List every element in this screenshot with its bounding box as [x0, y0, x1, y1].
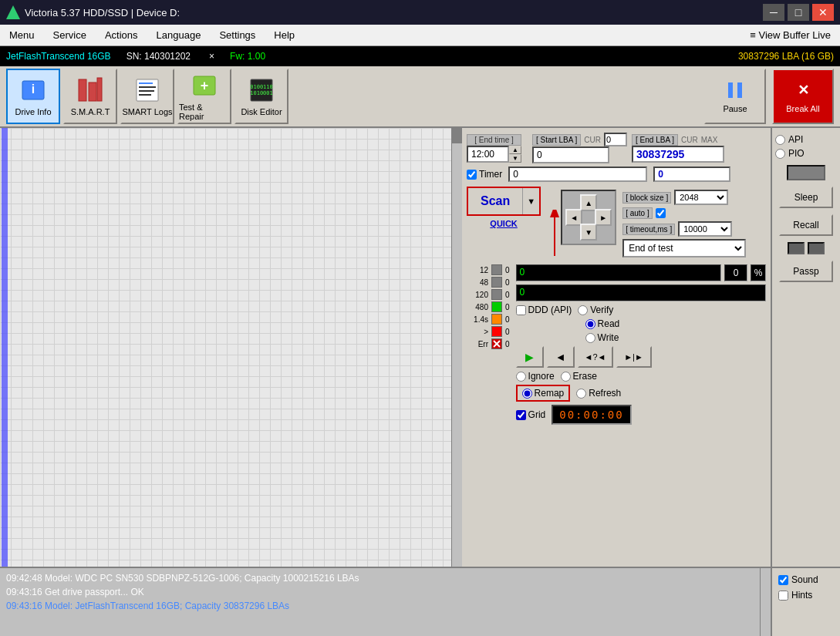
smart-icon: [76, 76, 104, 104]
app-title: Victoria 5.37 HDD/SSD | Device D:: [25, 7, 180, 19]
start-lba-label: [ Start LBA ]: [532, 134, 581, 146]
read-mode-row: DDD (API) Verify: [516, 305, 766, 315]
block-size-select[interactable]: 2048: [674, 190, 728, 205]
svg-rect-7: [139, 86, 156, 88]
disk-editor-button[interactable]: 0100110 1010001 Disk Editor: [234, 69, 288, 124]
start-lba-cur-input[interactable]: [604, 133, 627, 146]
close-button[interactable]: ✕: [812, 4, 834, 21]
ignore-radio-label[interactable]: Ignore: [516, 371, 555, 382]
drive-info-button[interactable]: i Drive Info: [6, 69, 60, 124]
rewind-button[interactable]: ◄: [547, 346, 575, 368]
device-sn: SN: 140301202: [127, 51, 191, 62]
smart-logs-button[interactable]: SMART Logs: [120, 69, 174, 124]
menu-item-service[interactable]: Service: [44, 26, 96, 44]
svg-text:0100110: 0100110: [250, 84, 273, 90]
read-radio-label[interactable]: Read: [585, 318, 620, 329]
maximize-button[interactable]: □: [788, 4, 809, 21]
write-radio[interactable]: [585, 333, 595, 343]
menu-item-settings[interactable]: Settings: [210, 26, 265, 44]
hints-checkbox-label[interactable]: Hints: [778, 590, 834, 601]
refresh-radio-label[interactable]: Refresh: [576, 388, 621, 399]
timing-row-1400: 1.4s 0: [467, 314, 510, 325]
log-scrollbar[interactable]: [760, 568, 771, 636]
erase-radio-label[interactable]: Erase: [561, 371, 597, 382]
pause-button[interactable]: Pause: [704, 69, 766, 124]
recall-button[interactable]: Recall: [779, 214, 833, 236]
svg-rect-2: [79, 79, 86, 101]
api-radio[interactable]: [775, 135, 785, 145]
end-time-up[interactable]: ▲: [509, 146, 521, 154]
block-size-label: [ block size ]: [622, 192, 671, 204]
svg-rect-4: [97, 78, 102, 101]
step-fwd-button[interactable]: ►|►: [616, 346, 652, 368]
timer-checkbox-label[interactable]: Timer: [467, 169, 502, 180]
scan-scrollbar[interactable]: [451, 128, 462, 567]
scan-cursor: [2, 128, 8, 567]
end-lba-input[interactable]: [632, 146, 724, 163]
timing-row-480: 480 0: [467, 301, 510, 312]
timing-row-48: 48 0: [467, 277, 510, 288]
end-time-group: [ End time ] ▲ ▼: [467, 134, 521, 163]
log-area: 09:42:48 Model: WDC PC SN530 SDBPNPZ-512…: [0, 568, 760, 636]
nav-right-button[interactable]: ►: [595, 209, 612, 226]
timing-bar-48: [491, 277, 502, 288]
erase-radio[interactable]: [561, 372, 571, 382]
read-radio[interactable]: [585, 319, 595, 329]
device-close-button[interactable]: ×: [209, 51, 214, 62]
start-lba-group: [ Start LBA ] CUR: [532, 133, 627, 163]
end-of-test-select[interactable]: End of test: [622, 239, 746, 257]
timer-checkbox[interactable]: [467, 170, 477, 180]
ddd-api-checkbox[interactable]: [516, 305, 526, 315]
scroll-thumb[interactable]: [452, 128, 462, 143]
sound-checkbox[interactable]: [778, 575, 788, 585]
svg-rect-16: [737, 82, 742, 98]
timer-row: Timer: [467, 167, 766, 182]
hints-checkbox[interactable]: [778, 591, 788, 601]
nav-down-button[interactable]: ▼: [580, 224, 597, 241]
grid-checkbox[interactable]: [516, 410, 526, 420]
end-time-down[interactable]: ▼: [509, 154, 521, 163]
verify-radio[interactable]: [578, 305, 588, 315]
menu-item-actions[interactable]: Actions: [96, 26, 147, 44]
sound-checkbox-label[interactable]: Sound: [778, 574, 834, 585]
menu-item-menu[interactable]: Menu: [0, 26, 44, 44]
sidebar-rect-1: [787, 165, 825, 180]
grid-checkbox-label[interactable]: Grid: [516, 409, 546, 420]
start-lba-cur: CUR: [584, 136, 601, 144]
remap-radio[interactable]: [522, 389, 532, 399]
pio-radio-label[interactable]: PIO: [775, 148, 837, 159]
end-time-input[interactable]: [467, 146, 509, 163]
api-radio-label[interactable]: API: [775, 134, 837, 145]
sleep-button[interactable]: Sleep: [779, 187, 833, 208]
view-buffer-button[interactable]: ≡ View Buffer Live: [740, 26, 840, 44]
remap-selected: Remap: [516, 385, 571, 402]
scan-button[interactable]: Scan: [468, 188, 522, 214]
write-radio-label[interactable]: Write: [585, 332, 619, 343]
start-lba-input[interactable]: [532, 146, 609, 163]
pio-radio[interactable]: [775, 149, 785, 159]
main-content: [ End time ] ▲ ▼ [ Start LBA ] CUR: [0, 128, 840, 567]
menu-item-help[interactable]: Help: [265, 26, 304, 44]
play-button[interactable]: ▶: [516, 346, 544, 368]
timer-input[interactable]: [508, 167, 647, 182]
refresh-radio[interactable]: [576, 389, 586, 399]
break-icon: ✕: [792, 79, 814, 101]
step-rev-button[interactable]: ◄?◄: [578, 346, 613, 368]
scan-grid: [0, 128, 462, 567]
minimize-button[interactable]: ─: [763, 4, 784, 21]
drive-info-label: Drive Info: [15, 107, 51, 116]
grid-timer-row: Grid 00:00:00: [516, 405, 766, 425]
ignore-radio[interactable]: [516, 372, 526, 382]
verify-radio-label[interactable]: Verify: [578, 305, 613, 315]
scan-dropdown-button[interactable]: ▼: [522, 188, 539, 214]
smart-button[interactable]: S.M.A.R.T: [63, 69, 117, 124]
menu-item-language[interactable]: Language: [147, 26, 211, 44]
timeout-select[interactable]: 10000: [678, 221, 732, 237]
auto-checkbox[interactable]: [656, 208, 666, 218]
passp-button[interactable]: Passp: [779, 261, 833, 282]
quick-label: QUICK: [490, 219, 517, 228]
test-repair-button[interactable]: + Test & Repair: [177, 69, 231, 124]
break-all-button[interactable]: ✕ Break All: [772, 69, 834, 124]
svg-text:✕: ✕: [798, 82, 809, 98]
end-lba-zero[interactable]: [653, 167, 730, 182]
